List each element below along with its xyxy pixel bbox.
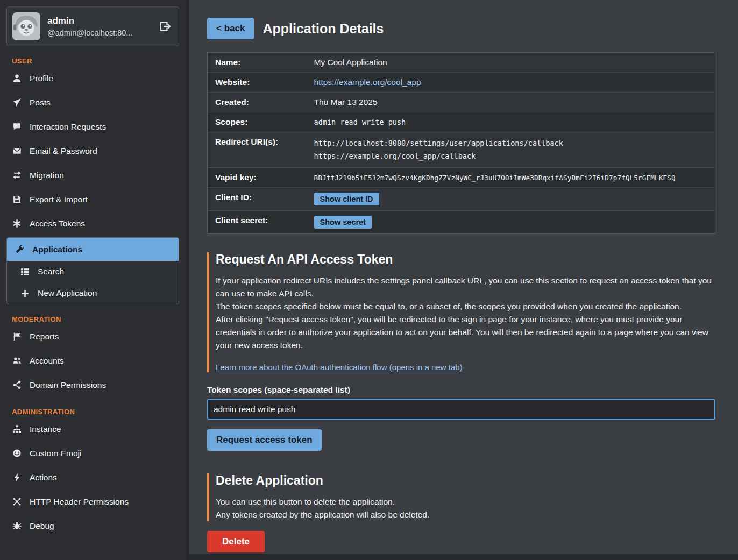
sidebar-item-reports[interactable]: Reports	[0, 324, 186, 349]
back-button[interactable]: < back	[207, 18, 254, 39]
sidebar-item-label: Applications	[32, 245, 82, 254]
sidebar-item-new-application[interactable]: New Application	[7, 282, 179, 304]
request-token-paragraph: If your application redirect URIs includ…	[216, 274, 715, 300]
detail-value: admin read write push	[310, 112, 715, 132]
bolt-icon	[12, 473, 22, 482]
section-title-moderation: MODERATION	[12, 315, 186, 323]
paper-plane-icon	[12, 98, 22, 107]
detail-row-name: Name: My Cool Application	[208, 53, 715, 73]
sidebar-item-label: Export & Import	[30, 195, 88, 204]
sidebar-item-label: Custom Emoji	[30, 449, 81, 458]
detail-label: Redirect URI(s):	[208, 132, 310, 168]
detail-value: Thu Mar 13 2025	[310, 93, 715, 112]
detail-value: Show client ID	[310, 188, 715, 211]
sidebar-item-instance[interactable]: Instance	[0, 417, 186, 441]
user-icon	[12, 74, 22, 83]
sidebar-item-domain-permissions[interactable]: Domain Permissions	[0, 373, 186, 397]
sidebar-item-label: Email & Password	[30, 146, 97, 156]
detail-label: Name:	[208, 53, 310, 73]
tools-icon	[15, 245, 24, 254]
detail-row-vapid-key: Vapid key: BBJffJ219b5iE512m7wQSzv4KgKDh…	[208, 168, 715, 188]
delete-application-section: Delete Application You can use this butt…	[207, 473, 715, 521]
main-content: < back Application Details Name: My Cool…	[189, 0, 738, 554]
sidebar-item-posts[interactable]: Posts	[0, 90, 186, 115]
detail-label: Created:	[208, 93, 310, 112]
sidebar-item-label: Search	[38, 267, 64, 277]
users-icon	[12, 356, 22, 365]
delete-button[interactable]: Delete	[207, 531, 265, 552]
sidebar-item-label: Migration	[30, 171, 64, 180]
sidebar-item-label: Instance	[30, 424, 61, 434]
user-card[interactable]: admin @admin@localhost:80...	[6, 6, 179, 46]
sidebar-item-label: Accounts	[30, 356, 64, 366]
list-icon	[20, 267, 30, 277]
delete-application-title: Delete Application	[216, 473, 715, 488]
sidebar-item-http-header-permissions[interactable]: HTTP Header Permissions	[0, 490, 186, 514]
detail-row-created: Created: Thu Mar 13 2025	[208, 93, 715, 112]
oauth-docs-link[interactable]: Learn more about the OAuth authenticatio…	[216, 363, 463, 372]
token-scopes-label: Token scopes (space-separated list)	[207, 385, 715, 395]
bug-icon	[12, 521, 22, 530]
sidebar-item-export-import[interactable]: Export & Import	[0, 187, 186, 211]
website-link[interactable]: https://example.org/cool_app	[314, 77, 421, 87]
detail-label: Client secret:	[208, 211, 310, 234]
plus-icon	[20, 289, 30, 298]
sidebar-item-accounts[interactable]: Accounts	[0, 349, 186, 373]
envelope-icon	[12, 146, 22, 155]
user-handle: @admin@localhost:80...	[47, 29, 132, 37]
sign-out-icon[interactable]	[159, 20, 171, 32]
detail-row-client-secret: Client secret: Show secret	[208, 211, 715, 234]
save-icon	[12, 195, 22, 204]
sidebar-item-label: Access Tokens	[30, 219, 85, 229]
sidebar-item-label: Actions	[30, 473, 57, 483]
sitemap-icon	[12, 424, 22, 434]
avatar	[12, 12, 40, 40]
request-access-token-button[interactable]: Request access token	[207, 429, 322, 451]
show-client-id-button[interactable]: Show client ID	[314, 193, 379, 205]
share-nodes-icon	[12, 380, 22, 389]
detail-row-website: Website: https://example.org/cool_app	[208, 73, 715, 93]
request-token-paragraph: The token scopes specified below must be…	[216, 300, 715, 313]
network-dots-icon	[12, 497, 22, 506]
page-title: Application Details	[262, 21, 384, 37]
applications-group: Applications Search New Application	[6, 237, 179, 304]
token-scopes-input[interactable]	[207, 399, 715, 420]
detail-value: My Cool Application	[310, 53, 715, 73]
sidebar-item-email-password[interactable]: Email & Password	[0, 139, 186, 163]
delete-paragraph: You can use this button to delete the ap…	[216, 495, 715, 508]
sidebar-item-label: New Application	[38, 288, 97, 298]
user-meta: admin @admin@localhost:80...	[47, 16, 132, 37]
detail-label: Scopes:	[208, 112, 310, 132]
sidebar-item-debug[interactable]: Debug	[0, 514, 186, 538]
delete-paragraph: Any tokens created by the application wi…	[216, 508, 715, 521]
sidebar-item-migration[interactable]: Migration	[0, 163, 186, 187]
smile-icon	[12, 449, 22, 458]
sidebar-item-label: Profile	[30, 74, 53, 83]
detail-value: http://localhost:8080/settings/user/appl…	[310, 132, 715, 168]
detail-label: Vapid key:	[208, 168, 310, 188]
sidebar-item-label: Debug	[30, 521, 54, 531]
show-secret-button[interactable]: Show secret	[314, 216, 372, 229]
comment-icon	[12, 122, 22, 131]
redirect-uri-2: https://example.org/cool_app/callback	[314, 150, 711, 163]
sidebar-item-interaction-requests[interactable]: Interaction Requests	[0, 115, 186, 139]
sidebar-item-profile[interactable]: Profile	[0, 66, 186, 90]
sidebar-item-search[interactable]: Search	[7, 261, 179, 282]
sidebar-item-label: Posts	[30, 98, 51, 108]
section-title-administration: ADMINISTRATION	[12, 408, 186, 416]
user-name: admin	[47, 16, 132, 26]
sidebar-item-label: Domain Permissions	[30, 380, 106, 390]
sidebar-item-custom-emoji[interactable]: Custom Emoji	[0, 441, 186, 465]
header-row: < back Application Details	[207, 18, 715, 39]
application-details-table: Name: My Cool Application Website: https…	[207, 52, 715, 234]
detail-row-scopes: Scopes: admin read write push	[208, 112, 715, 132]
sidebar-item-applications[interactable]: Applications	[7, 238, 179, 261]
detail-value: BBJffJ219b5iE512m7wQSzv4KgKDhgZZVzNyWC_r…	[310, 168, 715, 188]
sidebar-item-actions[interactable]: Actions	[0, 465, 186, 490]
sidebar-item-access-tokens[interactable]: Access Tokens	[0, 211, 186, 236]
detail-label: Client ID:	[208, 188, 310, 211]
section-title-user: USER	[12, 57, 186, 65]
detail-value: Show secret	[310, 211, 715, 234]
sidebar-item-label: HTTP Header Permissions	[30, 497, 129, 507]
flag-icon	[12, 332, 22, 341]
